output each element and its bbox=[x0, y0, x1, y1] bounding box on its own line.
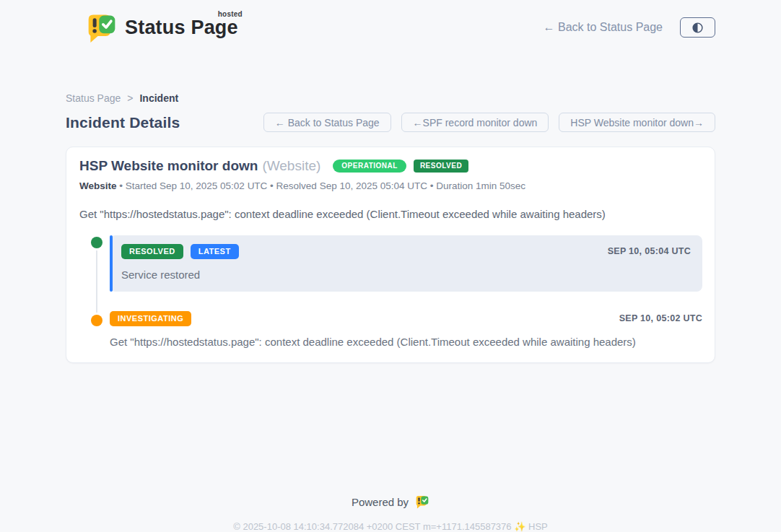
status-page-logo-icon bbox=[86, 12, 118, 43]
timeline-resolved-badge: RESOLVED bbox=[121, 244, 183, 259]
previous-incident-button[interactable]: ←SPF record monitor down bbox=[401, 113, 549, 132]
page-title: Incident Details bbox=[66, 114, 180, 131]
incident-description: Get "https://hostedstatus.page": context… bbox=[79, 208, 702, 220]
incident-meta: Website • Started Sep 10, 2025 05:02 UTC… bbox=[79, 180, 702, 191]
breadcrumb: Status Page > Incident bbox=[66, 92, 715, 104]
timeline-entry-investigating: INVESTIGATING SEP 10, 05:02 UTC Get "htt… bbox=[110, 311, 702, 348]
timeline-timestamp: SEP 10, 05:04 UTC bbox=[608, 246, 691, 256]
breadcrumb-status-page[interactable]: Status Page bbox=[66, 92, 121, 104]
status-page-logo-icon-small bbox=[415, 494, 429, 509]
incident-meta-component: Website bbox=[79, 180, 117, 191]
incident-meta-details: • Started Sep 10, 2025 05:02 UTC • Resol… bbox=[117, 180, 526, 191]
next-incident-button[interactable]: HSP Website monitor down→ bbox=[559, 113, 715, 132]
timeline-latest-badge: LATEST bbox=[191, 244, 239, 259]
brand-name: Status Page hosted bbox=[125, 17, 240, 39]
incident-card: HSP Website monitor down (Website) OPERA… bbox=[66, 147, 715, 363]
timeline-dot-resolved bbox=[91, 237, 102, 248]
incident-component-label: (Website) bbox=[262, 158, 320, 174]
resolved-state-badge: RESOLVED bbox=[414, 160, 468, 173]
operational-status-badge: OPERATIONAL bbox=[333, 160, 406, 173]
header-back-to-status-page-link[interactable]: ← Back to Status Page bbox=[544, 21, 663, 34]
incident-title: HSP Website monitor down bbox=[79, 158, 258, 174]
timeline-timestamp: SEP 10, 05:02 UTC bbox=[619, 313, 702, 323]
timeline-connector-line bbox=[96, 243, 97, 315]
header: Status Page hosted ← Back to Status Page bbox=[66, 0, 715, 45]
powered-by-link[interactable]: Powered by bbox=[352, 494, 429, 509]
powered-by-text: Powered by bbox=[352, 496, 409, 508]
timeline-message: Get "https://hostedstatus.page": context… bbox=[110, 336, 702, 348]
timeline-dot-investigating bbox=[91, 315, 102, 326]
timeline-entry-resolved: RESOLVED LATEST SEP 10, 05:04 UTC Servic… bbox=[110, 235, 702, 292]
half-circle-contrast-icon bbox=[691, 22, 704, 34]
theme-toggle-button[interactable] bbox=[680, 17, 715, 38]
breadcrumb-separator: > bbox=[127, 92, 133, 104]
timeline-message: Service restored bbox=[121, 269, 691, 281]
timeline-investigating-badge: INVESTIGATING bbox=[110, 311, 191, 326]
back-to-status-page-button[interactable]: ← Back to Status Page bbox=[263, 113, 391, 132]
incident-timeline: RESOLVED LATEST SEP 10, 05:04 UTC Servic… bbox=[79, 235, 702, 348]
incident-nav-buttons: ← Back to Status Page ←SPF record monito… bbox=[263, 113, 715, 132]
footer: Powered by © 2025-10-08 14:10:34.772084 … bbox=[66, 494, 715, 532]
brand-superscript: hosted bbox=[218, 10, 243, 18]
brand-logo[interactable]: Status Page hosted bbox=[86, 12, 240, 43]
breadcrumb-incident: Incident bbox=[139, 92, 178, 104]
copyright-text: © 2025-10-08 14:10:34.772084 +0200 CEST … bbox=[66, 521, 715, 532]
